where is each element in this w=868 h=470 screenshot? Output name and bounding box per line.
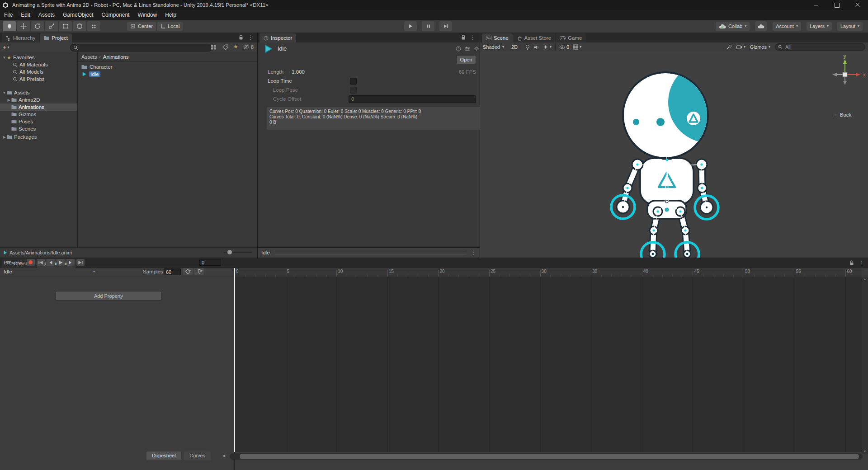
tree-item-packages[interactable]: ▶ Packages (0, 133, 77, 141)
tree-item-all-models[interactable]: All Models (0, 68, 77, 75)
tab-game[interactable]: Game (556, 33, 586, 42)
tree-item-assets[interactable]: ▼ Assets (0, 89, 77, 96)
foldout-closed-icon[interactable]: ▶ (2, 135, 7, 139)
scale-tool-button[interactable] (45, 21, 58, 31)
2d-toggle-button[interactable]: 2D (511, 44, 518, 50)
tree-item-favorites[interactable]: ▼ ★ Favorites (0, 54, 77, 61)
menu-file[interactable]: File (0, 10, 17, 20)
cycle-offset-field[interactable]: 0 (349, 95, 476, 103)
project-search-input[interactable] (80, 45, 209, 51)
maximize-button[interactable] (826, 0, 847, 10)
scene-search-input[interactable] (784, 44, 862, 50)
samples-field[interactable] (164, 268, 181, 275)
dopesheet-grid[interactable] (234, 277, 862, 452)
gizmos-dropdown[interactable]: Gizmos ▾ (750, 44, 770, 50)
tree-item-poses[interactable]: Poses (0, 118, 77, 125)
next-key-button[interactable] (66, 259, 75, 266)
dopesheet-vertical-scrollbar[interactable]: ▲ ▼ (862, 277, 868, 454)
foldout-open-icon[interactable]: ▼ (2, 56, 7, 60)
current-frame-field[interactable] (199, 259, 221, 266)
tool-settings-icon[interactable] (726, 44, 732, 50)
hidden-packages-button[interactable]: 8 (243, 44, 254, 50)
close-button[interactable] (847, 0, 868, 10)
account-dropdown[interactable]: Account ▾ (773, 22, 801, 31)
gizmo-projection-button[interactable]: ≡ Back (835, 112, 851, 118)
tab-scene[interactable]: Scene (482, 33, 513, 42)
menu-help[interactable]: Help (161, 10, 180, 20)
tree-item-all-materials[interactable]: All Materials (0, 61, 77, 68)
axis-y-label[interactable]: y (844, 53, 846, 59)
add-event-button[interactable] (194, 268, 204, 275)
menu-window[interactable]: Window (133, 10, 161, 20)
space-toggle-button[interactable]: Local (157, 22, 183, 31)
foldout-closed-icon[interactable]: ▶ (6, 98, 11, 102)
scene-search-field[interactable] (775, 43, 865, 51)
tree-item-scenes[interactable]: Scenes (0, 125, 77, 132)
minimize-button[interactable] (806, 0, 826, 10)
axis-x-label[interactable]: x (863, 72, 866, 77)
pause-button[interactable] (422, 21, 434, 31)
move-tool-button[interactable] (17, 21, 30, 31)
panel-menu-icon[interactable]: ⋮ (859, 260, 864, 266)
tab-inspector[interactable]: Inspector (259, 33, 296, 42)
step-button[interactable] (439, 21, 452, 31)
gear-icon[interactable] (474, 46, 479, 52)
asset-item-idle[interactable]: Idle (78, 70, 257, 78)
open-button[interactable]: Open (456, 55, 476, 64)
preview-drag-handle[interactable] (274, 251, 466, 255)
preview-pane-header[interactable]: Idle ⋮ (258, 247, 480, 258)
scene-lighting-button[interactable] (525, 44, 530, 50)
scroll-down-icon[interactable]: ▼ (863, 450, 867, 453)
tree-item-anima2d[interactable]: ▶ Anima2D (0, 96, 77, 103)
loop-pose-checkbox[interactable] (350, 87, 357, 94)
presets-icon[interactable] (465, 46, 470, 52)
hidden-objects-button[interactable]: 0 (559, 44, 569, 50)
scene-orientation-gizmo[interactable]: y x (827, 52, 868, 94)
scroll-left-icon[interactable]: ◀ (222, 454, 225, 458)
tree-item-animations[interactable]: Animations (0, 103, 77, 111)
lock-icon[interactable] (239, 35, 243, 40)
search-by-label-icon[interactable] (222, 44, 228, 50)
robot-character[interactable] (608, 71, 726, 258)
panel-menu-icon[interactable]: ⋮ (248, 34, 253, 41)
thumbnail-zoom-slider[interactable] (224, 252, 252, 253)
saved-search-star-icon[interactable]: ★ (233, 43, 238, 50)
breadcrumb-current[interactable]: Animations (103, 54, 129, 60)
add-property-button[interactable]: Add Property (55, 291, 162, 301)
scene-viewport[interactable]: y x ≡ Back (480, 52, 868, 258)
rect-tool-button[interactable] (59, 21, 72, 31)
layout-dropdown[interactable]: Layout ▾ (837, 22, 863, 31)
timeline-horizontal-scrollbar[interactable] (230, 453, 863, 460)
slider-knob[interactable] (227, 250, 232, 254)
help-icon[interactable] (456, 46, 461, 52)
hand-tool-button[interactable] (3, 21, 16, 31)
add-keyframe-button[interactable] (183, 268, 193, 275)
previous-key-button[interactable] (47, 259, 55, 266)
preview-toggle-button[interactable]: Preview (4, 260, 22, 265)
collab-button[interactable]: Collab ▾ (716, 22, 750, 31)
foldout-open-icon[interactable]: ▼ (2, 91, 7, 95)
dopesheet-mode-button[interactable]: Dopesheet (146, 451, 181, 460)
grid-visibility-dropdown[interactable]: ▾ (573, 44, 581, 50)
scroll-up-icon[interactable]: ▲ (863, 277, 867, 281)
preview-menu-icon[interactable]: ⋮ (471, 249, 476, 256)
scrollbar-thumb[interactable] (240, 454, 859, 459)
pivot-toggle-button[interactable]: Center (127, 22, 156, 31)
custom-tool-button[interactable] (87, 21, 100, 31)
loop-time-checkbox[interactable] (350, 78, 357, 85)
project-search-field[interactable] (70, 44, 212, 52)
scene-effects-dropdown[interactable]: ▾ (543, 44, 552, 50)
tab-project[interactable]: Project (40, 33, 72, 42)
play-button[interactable] (404, 21, 417, 31)
timeline-ruler[interactable]: 051015202530354045505560 (234, 268, 862, 277)
menu-edit[interactable]: Edit (17, 10, 34, 20)
menu-component[interactable]: Component (97, 10, 133, 20)
search-by-type-icon[interactable] (211, 44, 217, 50)
transform-tool-button[interactable] (73, 21, 86, 31)
asset-item-character[interactable]: Character (78, 63, 257, 70)
menu-assets[interactable]: Assets (34, 10, 59, 20)
panel-menu-icon[interactable]: ⋮ (470, 34, 476, 41)
lock-icon[interactable] (849, 260, 854, 266)
scene-audio-button[interactable] (534, 45, 539, 50)
layers-dropdown[interactable]: Layers ▾ (807, 22, 832, 31)
